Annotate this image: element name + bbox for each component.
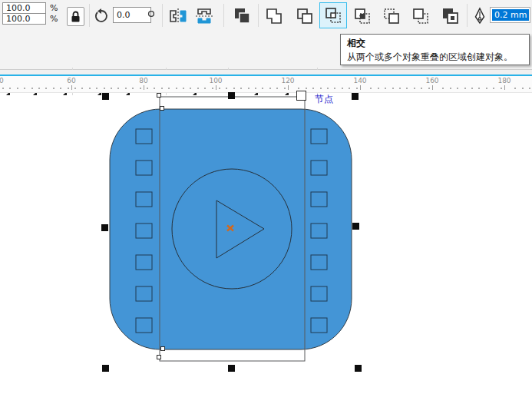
curve-node[interactable] <box>160 106 164 111</box>
curve-node[interactable] <box>160 346 165 351</box>
selection-handle[interactable] <box>352 223 359 230</box>
selection-handle[interactable] <box>102 93 109 100</box>
selection-handle[interactable] <box>101 224 108 231</box>
tooltip: 相交 从两个或多个对象重叠的区域创建对象。 <box>340 34 530 65</box>
curve-node[interactable] <box>157 355 161 359</box>
curve-node[interactable] <box>157 93 161 98</box>
selection-handle[interactable] <box>352 93 359 100</box>
tooltip-title: 相交 <box>347 37 529 50</box>
node-hint-label: 节点 <box>315 93 333 106</box>
selection-handle[interactable] <box>228 365 235 372</box>
selection-handle[interactable] <box>228 92 235 99</box>
selection-handle[interactable] <box>355 365 362 372</box>
selection-handle[interactable] <box>102 365 109 372</box>
curve-node[interactable] <box>296 91 306 101</box>
tooltip-description: 从两个或多个对象重叠的区域创建对象。 <box>347 51 529 64</box>
